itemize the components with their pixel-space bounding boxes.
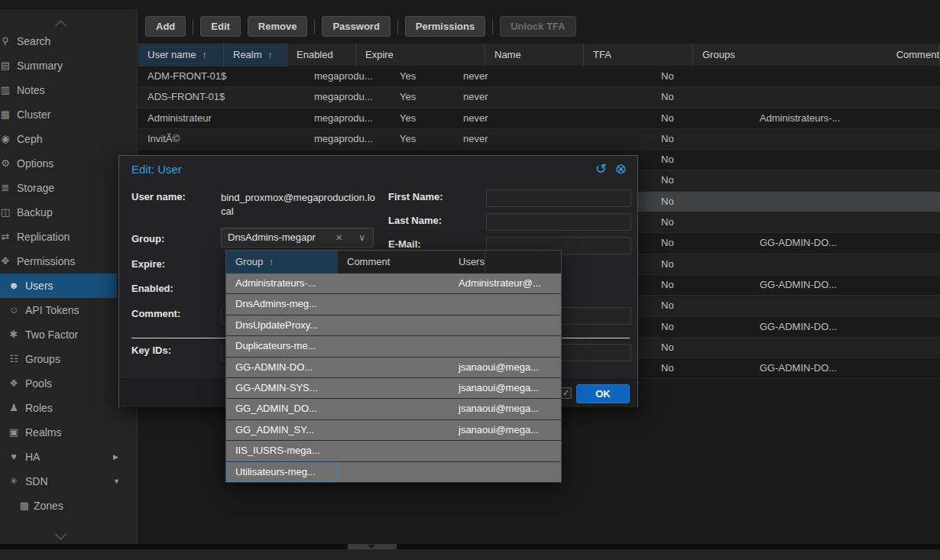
group-picker-row[interactable]: Utilisateurs-meg... bbox=[226, 462, 561, 483]
close-icon[interactable]: ⊗ bbox=[615, 160, 627, 177]
cell-tfa: No bbox=[652, 129, 750, 149]
comment-label: Comment: bbox=[131, 308, 180, 319]
sidebar-item[interactable]: ▤ Summary bbox=[0, 53, 117, 78]
cell-groups bbox=[750, 129, 860, 149]
group-picker-row[interactable]: GG_ADMIN_SY... jsanaoui@mega... bbox=[226, 420, 561, 441]
column-header[interactable]: Realm ↑ bbox=[224, 44, 287, 66]
sidebar-item[interactable]: ✥ Permissions bbox=[0, 249, 117, 274]
sidebar-item-label: Zones bbox=[34, 494, 63, 518]
cell-comment bbox=[860, 108, 940, 128]
last-name-input[interactable] bbox=[486, 213, 631, 231]
group-picker-row[interactable]: Administrateurs-... Administrateur@... bbox=[226, 274, 561, 294]
expand-arrow-icon[interactable]: ▶ bbox=[113, 445, 118, 469]
group-picker-row[interactable]: IIS_IUSRS-mega... bbox=[226, 441, 561, 461]
group-picker-row[interactable]: GG-ADMIN-DO... jsanaoui@mega... bbox=[226, 358, 561, 378]
ok-button[interactable]: OK bbox=[576, 384, 630, 403]
sidebar-item[interactable]: ♥ HA ▶ bbox=[0, 445, 117, 469]
toolbar-separator bbox=[492, 19, 493, 34]
toolbar-button[interactable]: Add bbox=[145, 16, 186, 37]
user-table-row[interactable]: ADS-FRONT-01$ megaprodu... Yes never No bbox=[138, 87, 940, 108]
group-picker-row[interactable]: DnsAdmins-meg... bbox=[226, 294, 561, 315]
toolbar-button[interactable]: Unlock TFA bbox=[500, 16, 576, 37]
cell-realm: megaprodu... bbox=[305, 129, 391, 149]
sidebar-item[interactable]: ♟ Roles bbox=[0, 396, 117, 420]
sidebar-item-label: Search bbox=[17, 29, 50, 53]
sidebar-item-icon: ❖ bbox=[6, 371, 21, 396]
group-picker-row[interactable]: GG_ADMIN_DO... jsanaoui@mega... bbox=[226, 399, 561, 419]
sidebar-item[interactable]: ⚙ Options bbox=[0, 151, 117, 176]
sidebar-item[interactable]: ✱ Two Factor bbox=[0, 322, 117, 347]
cell-tfa: No bbox=[652, 275, 750, 295]
sidebar-scroll-down-icon[interactable] bbox=[55, 529, 67, 541]
picker-cell-users: jsanaoui@mega... bbox=[449, 420, 561, 440]
toolbar-button[interactable]: Remove bbox=[248, 16, 308, 37]
sidebar-item[interactable]: ⇄ Replication bbox=[0, 225, 117, 249]
sidebar-item[interactable]: ≣ Storage bbox=[0, 176, 117, 200]
reset-icon[interactable]: ↺ bbox=[595, 160, 607, 177]
user-table-row[interactable]: Administrateur megaprodu... Yes never No… bbox=[138, 108, 940, 129]
sidebar-item-label: HA bbox=[25, 445, 40, 469]
sidebar-item[interactable]: ❖ Pools bbox=[0, 371, 117, 396]
picker-cell-comment bbox=[338, 462, 449, 482]
group-picker-row[interactable]: Duplicateurs-me... bbox=[226, 336, 561, 357]
sidebar-item[interactable]: ◉ Ceph bbox=[0, 127, 117, 151]
cell-tfa: No bbox=[652, 254, 750, 274]
column-header[interactable]: Groups bbox=[693, 44, 887, 66]
sidebar-item[interactable]: ✳ SDN ▼ bbox=[0, 469, 117, 494]
expand-arrow-icon[interactable]: ▼ bbox=[113, 469, 120, 494]
sidebar-item[interactable]: ▦ Cluster bbox=[0, 102, 117, 127]
picker-cell-users: jsanaoui@mega... bbox=[449, 378, 561, 398]
sidebar-item[interactable]: ⚲ Search bbox=[0, 29, 117, 53]
cell-comment bbox=[860, 150, 940, 170]
toolbar-button[interactable]: Password bbox=[322, 16, 390, 37]
sidebar-item[interactable]: ▩ Zones bbox=[0, 494, 117, 518]
clear-icon[interactable]: × bbox=[335, 231, 342, 244]
sidebar-item[interactable]: ☻ Users bbox=[0, 274, 117, 298]
column-header[interactable]: Comment bbox=[887, 44, 940, 66]
group-picker-row[interactable]: GG-ADMIN-SYS... jsanaoui@mega... bbox=[226, 378, 561, 399]
cell-comment bbox=[860, 170, 940, 190]
first-name-input[interactable] bbox=[486, 189, 631, 207]
column-header[interactable]: User name ↑ bbox=[138, 44, 224, 66]
sidebar-item-label: Ceph bbox=[17, 127, 42, 151]
sidebar-item-label: SDN bbox=[25, 469, 48, 494]
toolbar-button[interactable]: Permissions bbox=[405, 16, 485, 37]
cell-user-name: InvitÃ© bbox=[138, 129, 305, 149]
splitter-collapse-handle[interactable] bbox=[348, 544, 397, 549]
picker-cell-group: DnsUpdateProxy... bbox=[226, 316, 338, 335]
first-name-label: First Name: bbox=[388, 191, 443, 202]
sidebar-item[interactable]: ☺ API Tokens bbox=[0, 298, 117, 322]
user-table-row[interactable]: InvitÃ© megaprodu... Yes never No bbox=[138, 129, 940, 150]
cell-comment bbox=[860, 192, 940, 212]
column-header-label: Expire bbox=[365, 49, 394, 60]
advanced-checkbox[interactable]: ✓ bbox=[560, 387, 572, 399]
sidebar-item-label: API Tokens bbox=[25, 298, 79, 322]
cell-groups bbox=[750, 296, 860, 316]
group-combobox[interactable]: DnsAdmins-megapr × ∨ bbox=[221, 228, 374, 248]
cell-groups bbox=[750, 192, 860, 212]
toolbar-button[interactable]: Edit bbox=[200, 16, 241, 37]
picker-column-header[interactable]: Users bbox=[449, 251, 485, 274]
toolbar-separator bbox=[314, 19, 315, 34]
cell-groups bbox=[750, 170, 860, 190]
group-picker-row[interactable]: DnsUpdateProxy... bbox=[226, 316, 561, 336]
sidebar-item[interactable]: ☷ Groups bbox=[0, 347, 117, 371]
column-header[interactable]: Enabled bbox=[287, 44, 356, 66]
sidebar-item-label: Summary bbox=[17, 53, 63, 78]
sidebar-item[interactable]: ◫ Backup bbox=[0, 200, 117, 225]
sidebar-item[interactable]: ▥ Notes bbox=[0, 78, 117, 102]
cell-comment bbox=[860, 338, 940, 358]
group-picker-header: Group ↑ Comment Users bbox=[226, 251, 561, 274]
column-header[interactable]: Name bbox=[485, 44, 584, 66]
sidebar-item[interactable]: ▣ Realms bbox=[0, 420, 117, 445]
picker-column-header[interactable]: Group ↑ bbox=[226, 251, 338, 274]
sidebar-item-icon: ☻ bbox=[6, 274, 21, 298]
column-header[interactable]: Expire bbox=[356, 44, 485, 66]
column-header[interactable]: TFA bbox=[584, 44, 693, 66]
cell-tfa: No bbox=[652, 212, 750, 232]
picker-cell-group: GG_ADMIN_DO... bbox=[226, 399, 338, 419]
user-table-row[interactable]: ADM-FRONT-01$ megaprodu... Yes never No bbox=[138, 66, 940, 87]
sidebar-item-icon: ☷ bbox=[6, 347, 21, 371]
picker-column-header[interactable]: Comment bbox=[338, 251, 449, 274]
chevron-down-icon[interactable]: ∨ bbox=[358, 232, 365, 243]
